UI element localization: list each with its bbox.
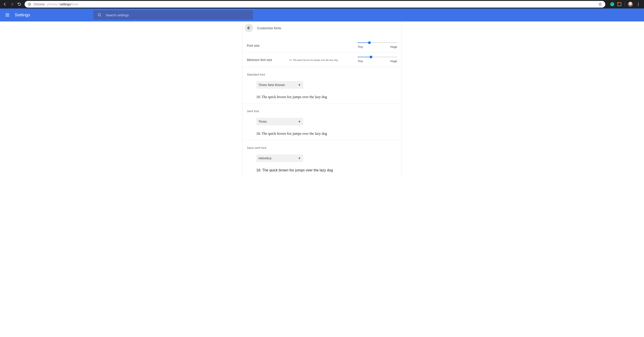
chevron-down-icon: ▼ [298, 156, 301, 160]
browser-toolbar: Chrome chrome://settings/fonts [0, 0, 644, 8]
hamburger-menu-icon[interactable] [5, 12, 10, 17]
font-size-label: Font size [247, 44, 260, 47]
settings-title: Settings [15, 12, 30, 17]
card-header: Customize fonts [242, 21, 402, 34]
standard-font-label: Standard font [247, 73, 397, 76]
standard-font-section: Standard font Times New Roman ▼ 16: The … [242, 67, 402, 104]
sans-serif-font-dropdown[interactable]: Helvetica ▼ [256, 154, 303, 162]
chevron-down-icon: ▼ [298, 120, 301, 123]
sans-serif-font-label: Sans-serif font [247, 146, 397, 149]
slider-max-label: Huge [390, 59, 397, 63]
back-button[interactable] [2, 1, 8, 7]
minimum-font-size-slider[interactable]: Tiny Huge [358, 57, 397, 63]
back-arrow-button[interactable] [245, 24, 253, 32]
serif-font-label: Serif font [247, 109, 397, 113]
dropdown-value: Helvetica [258, 156, 272, 160]
search-icon [97, 13, 102, 17]
reload-button[interactable] [16, 1, 22, 7]
standard-font-dropdown[interactable]: Times New Roman ▼ [256, 81, 303, 89]
search-input[interactable] [106, 13, 249, 17]
settings-search[interactable] [93, 10, 253, 20]
site-label: Chrome [34, 2, 45, 6]
toolbar-right [608, 2, 642, 7]
bookmark-star-icon[interactable] [598, 2, 602, 6]
profile-avatar[interactable] [628, 2, 633, 7]
serif-font-preview: 16: The quick brown fox jumps over the l… [256, 132, 397, 136]
minimum-font-size-row: Minimum font size 11: The quick brown fo… [242, 53, 402, 67]
url-text: chrome://settings/fonts [47, 2, 78, 6]
svg-point-2 [98, 13, 100, 16]
sans-serif-font-section: Sans-serif font Helvetica ▼ 16: The quic… [242, 140, 402, 177]
site-info-icon[interactable] [28, 2, 31, 6]
sans-serif-font-preview: 16: The quick brown fox jumps over the l… [256, 168, 397, 172]
page-title: Customize fonts [257, 26, 281, 30]
forward-button[interactable] [9, 1, 15, 7]
font-size-slider[interactable]: Tiny Huge [358, 42, 397, 48]
slider-min-label: Tiny [358, 59, 363, 63]
chevron-down-icon: ▼ [298, 83, 301, 87]
dropdown-value: Times [258, 120, 267, 123]
extension-icon[interactable] [618, 2, 622, 6]
extension-icon[interactable] [610, 2, 614, 6]
minimum-font-preview: 11: The quick brown fox jumps over the l… [289, 58, 338, 61]
slider-min-label: Tiny [358, 45, 363, 48]
serif-font-section: Serif font Times ▼ 16: The quick brown f… [242, 104, 402, 140]
omnibox[interactable]: Chrome chrome://settings/fonts [24, 1, 605, 7]
slider-max-label: Huge [390, 45, 397, 48]
page-body: Customize fonts Font size Tiny Huge Mini… [0, 21, 644, 177]
chrome-menu-icon[interactable] [636, 3, 640, 6]
content-card: Customize fonts Font size Tiny Huge Mini… [242, 21, 402, 177]
minimum-font-size-label: Minimum font size [247, 58, 272, 62]
standard-font-preview: 16: The quick brown fox jumps over the l… [256, 95, 397, 99]
serif-font-dropdown[interactable]: Times ▼ [256, 118, 303, 125]
separator [624, 2, 625, 6]
font-size-row: Font size Tiny Huge [242, 34, 402, 53]
svg-point-1 [29, 4, 30, 5]
settings-header: Settings [0, 8, 644, 21]
dropdown-value: Times New Roman [258, 83, 285, 87]
